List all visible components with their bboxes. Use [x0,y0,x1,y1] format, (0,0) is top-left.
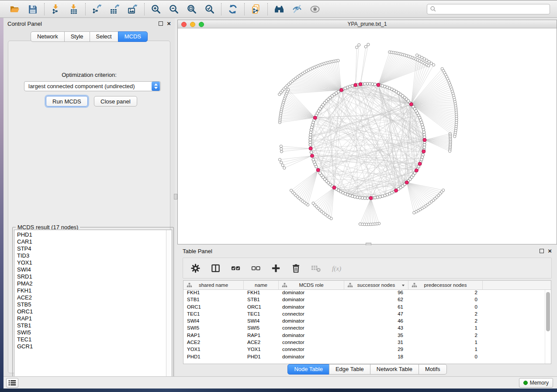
binoculars-button[interactable] [273,3,285,15]
table-row[interactable]: YOX1YOX1connector291 [183,347,551,354]
table-row[interactable]: RAP1RAP1dominator352 [183,333,551,340]
zoom-selected-button[interactable] [204,3,215,15]
delete-table-button[interactable] [310,262,322,274]
refresh-network-icon [228,4,238,14]
mcds-result-item[interactable]: GCR1 [17,343,172,350]
node-table: shared namename MCDS role successor node… [183,280,551,364]
mcds-result-item[interactable]: RAP1 [17,315,172,322]
mcds-result-item[interactable]: SWI5 [17,329,172,336]
zoom-in-button[interactable] [150,3,162,15]
unselect-all-button[interactable] [249,262,262,274]
clone-network-button[interactable] [250,3,262,15]
column-label: name [255,282,267,288]
mcds-result-item[interactable]: STP4 [17,245,172,252]
table-panel: Table Panel × f(x) shared namename MCDS … [177,245,557,376]
table-cell: 0 [408,297,483,304]
zoom-fit-button[interactable] [186,3,197,15]
table-row[interactable]: TEC1TEC1connector472 [183,311,551,318]
save-session-button[interactable] [27,3,38,15]
float-panel-icon[interactable] [159,21,163,26]
select-all-button[interactable] [229,262,242,274]
close-panel-button[interactable]: Close panel [94,96,137,107]
table-row[interactable]: SWI4SWI4dominator462 [183,318,551,325]
save-session-icon [28,4,38,14]
table-cell: RAP1 [244,333,279,340]
task-history-button[interactable] [6,378,18,388]
mcds-result-item[interactable]: ORC1 [17,308,172,315]
table-cell: connector [279,347,344,354]
column-header-shared-name[interactable]: shared name [183,281,244,289]
delete-column-button[interactable] [290,262,302,274]
search-input[interactable] [427,4,550,14]
optimization-criterion-label: Optimization criterion: [8,72,170,78]
mcds-result-item[interactable]: TID3 [17,252,172,259]
mcds-result-item[interactable]: ACE2 [17,294,172,301]
float-panel-icon[interactable] [540,249,544,253]
tab-select[interactable]: Select [90,31,118,42]
table-cell: PHD1 [244,354,279,361]
mcds-result-item[interactable]: SRD1 [17,273,172,280]
import-network-button[interactable] [50,3,62,15]
import-table-button[interactable] [68,3,80,15]
memory-button[interactable]: Memory [519,378,553,388]
close-panel-icon[interactable]: × [548,249,552,253]
tab-network-table[interactable]: Network Table [370,364,419,375]
tab-mcds[interactable]: MCDS [118,31,148,42]
criterion-dropdown[interactable]: largest connected component (undirected) [24,81,161,91]
tab-node-table[interactable]: Node Table [287,364,329,375]
export-image-button[interactable] [127,3,138,15]
mcds-result-item[interactable]: PMA2 [17,280,172,287]
export-image-icon [128,4,138,14]
mcds-list-scrollbar[interactable] [166,230,172,386]
table-row[interactable]: ACE2ACE2connector311 [183,340,551,347]
hide-selected-button[interactable] [291,3,303,15]
column-header-name[interactable]: name [244,281,279,289]
zoom-out-button[interactable] [168,3,180,15]
run-mcds-button[interactable]: Run MCDS [46,96,88,107]
table-row[interactable]: PHD1PHD1dominator180 [183,354,551,361]
column-header-predecessor-nodes[interactable]: predecessor nodes [408,281,483,289]
mcds-result-item[interactable]: TEC1 [17,336,172,343]
show-all-button[interactable] [309,3,321,15]
table-scrollbar-thumb[interactable] [546,292,550,331]
column-header-MCDS-role[interactable]: MCDS role [279,281,344,289]
table-row[interactable]: FKH1FKH1dominator962 [183,290,551,297]
mcds-result-item[interactable]: STB1 [17,322,172,329]
table-row[interactable]: STB1STB1dominator620 [183,297,551,304]
tab-edge-table[interactable]: Edge Table [329,364,370,375]
main-toolbar [0,0,557,18]
tab-style[interactable]: Style [64,31,90,42]
export-table-button[interactable] [109,3,121,15]
tab-network[interactable]: Network [31,31,65,42]
table-row[interactable]: SWI5SWI5connector431 [183,325,551,332]
export-network-button[interactable] [91,3,103,15]
mcds-result-item[interactable]: PHD1 [17,231,172,238]
table-row[interactable]: ORC1ORC1dominator610 [183,304,551,311]
status-bar: Memory [3,376,557,389]
settings-button[interactable] [189,262,201,274]
close-panel-icon[interactable]: × [167,21,171,26]
mcds-result-item[interactable]: FKH1 [17,287,172,294]
network-view-frame: YPA_prune.txt_1 [177,20,557,244]
mcds-result-item[interactable]: STB5 [17,301,172,308]
table-cell: 2 [408,311,483,318]
mcds-result-item[interactable]: YOX1 [17,259,172,266]
show-columns-button[interactable] [209,262,221,274]
vertical-splitter-handle[interactable] [174,194,177,199]
column-header-successor-nodes[interactable]: successor nodes [344,281,408,289]
mcds-result-item[interactable]: CAR1 [17,238,172,245]
maximize-window-icon[interactable] [199,22,204,27]
create-column-button[interactable] [270,262,282,274]
minimize-window-icon[interactable] [190,22,195,27]
tab-motifs[interactable]: Motifs [419,364,447,375]
export-table-icon [110,4,120,14]
mcds-result-item[interactable]: SWI4 [17,266,172,273]
refresh-network-button[interactable] [227,3,239,15]
function-builder-button[interactable]: f(x) [330,262,342,274]
open-file-button[interactable] [9,3,21,15]
table-cell: 1 [408,325,483,332]
network-view-titlebar[interactable]: YPA_prune.txt_1 [178,20,557,28]
search-box [427,4,550,14]
network-canvas[interactable] [178,28,557,244]
close-window-icon[interactable] [181,22,187,27]
